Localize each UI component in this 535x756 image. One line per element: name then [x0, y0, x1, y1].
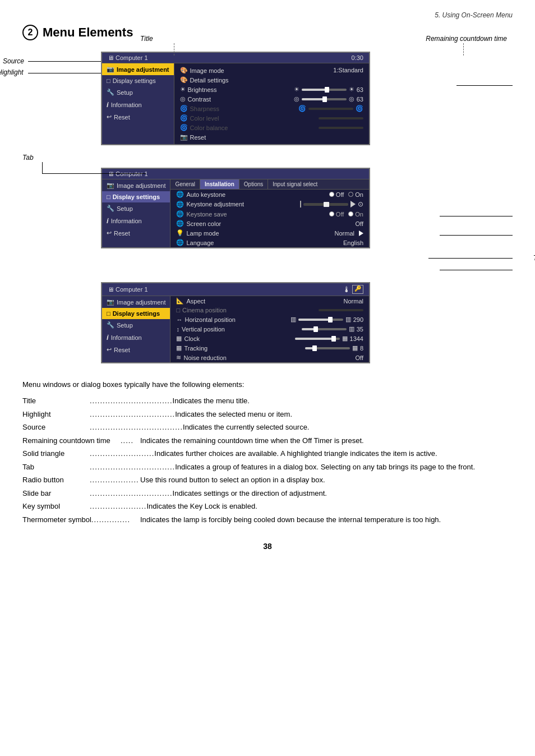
- sidebar-item-img-adj-1[interactable]: 📷 Image adjustment: [102, 63, 174, 75]
- diagram-section: Title Remaining countdown time Source Hi…: [22, 52, 513, 363]
- panel3-sidebar: 📷 Image adjustment □ Display settings 🔧 …: [102, 296, 170, 362]
- panel2-sidebar: 📷 Image adjustment □ Display settings 🔧 …: [102, 179, 170, 247]
- desc-row-title: Title ................................ I…: [22, 395, 513, 407]
- desc-def-radio: Use this round button to select an optio…: [140, 474, 513, 486]
- annotation-title: Title: [140, 35, 153, 43]
- panel2-content: General Installation Options Input signa…: [170, 179, 369, 247]
- desc-def-thermometer: Indicates the lamp is forcibly being coo…: [140, 514, 513, 525]
- desc-row-thermometer: Thermometer symbol ............... Indic…: [22, 514, 513, 525]
- desc-def-highlight: Indicates the selected menu or item.: [175, 409, 513, 420]
- desc-term-triangle: Solid triangle: [22, 448, 90, 459]
- desc-term-radio: Radio button: [22, 474, 90, 486]
- desc-term-key: Key symbol: [22, 501, 90, 512]
- annotation-tab: Tab: [22, 154, 34, 162]
- sidebar-item-reset-2[interactable]: ↩ Reset: [102, 227, 170, 239]
- desc-term-thermometer: Thermometer symbol: [22, 514, 91, 525]
- panel1-source: 🖥 Computer 1: [108, 54, 148, 61]
- sidebar-item-setup-3[interactable]: 🔧 Setup: [102, 319, 170, 331]
- desc-def-key: Indicates the Key Lock is enabled.: [146, 501, 513, 512]
- sidebar-item-setup-1[interactable]: 🔧 Setup: [102, 86, 174, 98]
- sidebar-item-info-2[interactable]: i Information: [102, 214, 170, 227]
- desc-term-highlight: Highlight: [22, 409, 90, 420]
- desc-row-tab: Tab ................................. In…: [22, 462, 513, 473]
- desc-term-title: Title: [22, 395, 90, 407]
- sidebar-item-info-1[interactable]: i Information: [102, 98, 174, 111]
- desc-row-radio: Radio button ................... Use thi…: [22, 474, 513, 486]
- desc-def-title: Indicates the menu title.: [173, 395, 513, 407]
- sidebar-item-display-2[interactable]: □ Display settings: [102, 191, 170, 202]
- desc-def-slidebar: Indicates settings or the direction of a…: [173, 488, 513, 499]
- desc-term-tab: Tab: [22, 462, 90, 473]
- panel3-content: 📐 Aspect Normal □ Cinema position ↔ Hori…: [170, 296, 369, 362]
- sidebar-item-reset-3[interactable]: ↩ Reset: [102, 344, 170, 356]
- desc-row-source: Source .................................…: [22, 422, 513, 433]
- section-title-text: Menu Elements: [43, 25, 133, 40]
- desc-def-tab: Indicates a group of features in a dialo…: [175, 462, 513, 473]
- desc-def-source: Indicates the currently selected source.: [183, 422, 513, 433]
- menu-panel-3: 🖥 Computer 1 🌡 🔑 📷 Image adjustment □ Di…: [101, 282, 370, 363]
- sidebar-item-img-adj-2[interactable]: 📷 Image adjustment: [102, 179, 170, 191]
- annotation-remaining: Remaining countdown time: [426, 35, 507, 43]
- descriptions-list: Title ................................ I…: [22, 395, 513, 525]
- annotation-highlight: Highlight: [0, 68, 24, 76]
- menu-panel-2: 🖥 Computer 1 📷 Image adjustment □ Displa…: [101, 168, 370, 248]
- desc-intro: Menu windows or dialog boxes typically h…: [22, 380, 513, 389]
- panel1-timer: 0:30: [352, 54, 363, 61]
- desc-def-remaining: Indicates the remaining countdown time w…: [140, 435, 513, 446]
- sidebar-item-reset-1[interactable]: ↩ Reset: [102, 111, 174, 123]
- panel2-source: 🖥 Computer 1: [108, 170, 148, 177]
- desc-row-remaining: Remaining countdown time ..... Indicates…: [22, 435, 513, 446]
- desc-def-triangle: Indicates further choices are available.…: [154, 448, 513, 459]
- key-icon: 🔑: [352, 285, 363, 294]
- sidebar-item-display-3[interactable]: □ Display settings: [102, 308, 170, 319]
- section-number: 2: [22, 25, 38, 40]
- sidebar-item-display-1[interactable]: □ Display settings: [102, 75, 174, 86]
- panel1-sidebar: 📷 Image adjustment □ Display settings 🔧 …: [102, 63, 174, 144]
- desc-term-slidebar: Slide bar: [22, 488, 90, 499]
- thermometer-icon: 🌡: [343, 285, 350, 294]
- sidebar-item-info-3[interactable]: i Information: [102, 331, 170, 344]
- desc-term-source: Source: [22, 422, 90, 433]
- annotation-source: Source: [3, 57, 24, 65]
- desc-row-triangle: Solid triangle .........................…: [22, 448, 513, 459]
- desc-row-key: Key symbol ...................... Indica…: [22, 501, 513, 512]
- tab-input-signal[interactable]: Input signal select: [268, 179, 322, 189]
- menu-panel-1: 🖥 Computer 1 0:30 📷 Image adjustment □ D…: [101, 52, 370, 145]
- panel1-content: 🎨 Image mode 1:Standard 🎨 Detail setting…: [174, 63, 369, 144]
- annotation-thermometer: Thermometer symbol: [533, 254, 535, 262]
- tab-general[interactable]: General: [170, 179, 200, 189]
- tab-installation[interactable]: Installation: [200, 179, 239, 189]
- page-number: 38: [22, 542, 513, 551]
- desc-row-highlight: Highlight ..............................…: [22, 409, 513, 420]
- desc-term-remaining: Remaining countdown time: [22, 435, 121, 446]
- sidebar-item-img-adj-3[interactable]: 📷 Image adjustment: [102, 296, 170, 308]
- sidebar-item-setup-2[interactable]: 🔧 Setup: [102, 202, 170, 214]
- desc-row-slidebar: Slide bar ..............................…: [22, 488, 513, 499]
- panel3-source: 🖥 Computer 1: [108, 286, 148, 293]
- tab-options[interactable]: Options: [239, 179, 268, 189]
- chapter-header: 5. Using On-Screen Menu: [22, 11, 513, 19]
